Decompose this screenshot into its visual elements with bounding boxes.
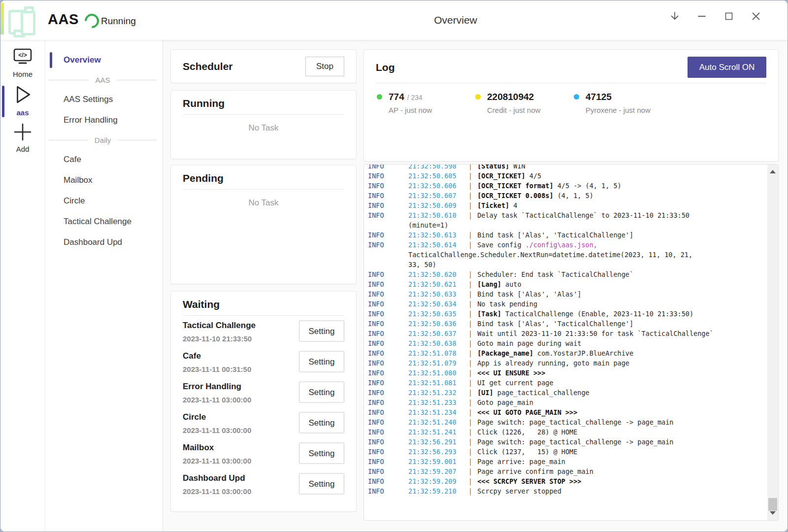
log-line: INFO21:32:51.232|[UI] page_tactical_chal…: [368, 388, 761, 398]
scheduler-status: Running: [85, 14, 136, 28]
close-button[interactable]: [747, 7, 765, 25]
log-separator: |: [468, 192, 472, 200]
log-line: INFO21:32:59.001|Page arrive: page_main: [368, 457, 761, 466]
main-content: Scheduler Stop Running No Task Pending N…: [163, 40, 788, 532]
waiting-task-mailbox: Mailbox 2023-11-11 03:00:00 Setting: [183, 438, 344, 468]
log-level: INFO: [368, 171, 408, 181]
log-message: <<< SCRCPY SERVER STOP >>>: [477, 477, 581, 485]
log-timestamp: 21:32:50.621: [408, 279, 468, 289]
svg-text:</>: </>: [18, 52, 27, 59]
stat-caption: Pyroxene - just now: [586, 106, 671, 114]
rail-item-aas[interactable]: aas: [0, 84, 45, 117]
log-separator: |: [468, 418, 472, 426]
log-line: INFO21:32:50.598|[Status] WIN: [368, 164, 761, 171]
log-message: [Task] TacticalChallenge (Enable, 2023-1…: [477, 310, 693, 318]
log-separator: |: [468, 438, 472, 446]
app-name: AAS: [48, 11, 79, 28]
log-line: INFO21:32:51.079|App is already running,…: [368, 358, 761, 368]
stop-button[interactable]: Stop: [305, 57, 344, 76]
auto-scroll-button[interactable]: Auto Scroll ON: [688, 57, 766, 78]
log-separator: |: [468, 280, 472, 288]
log-title: Log: [376, 62, 394, 73]
log-level: INFO: [368, 437, 408, 447]
task-setting-button[interactable]: Setting: [299, 382, 344, 403]
log-line: INFO21:32:56.293|Click (1237, 15) @ HOME: [368, 447, 761, 457]
log-line: INFO21:32:50.609|[Ticket] 4: [368, 200, 761, 210]
task-setting-button[interactable]: Setting: [299, 321, 344, 342]
log-message: <<< UI ENSURE >>>: [477, 369, 545, 377]
log-line: INFO21:32:59.207|Page arrive confirm pag…: [368, 466, 761, 476]
log-message: <<< UI GOTO PAGE_MAIN >>>: [477, 408, 577, 416]
nav-item-overview[interactable]: Overview: [45, 50, 163, 70]
nav-item-circle[interactable]: Circle: [45, 191, 163, 211]
update-download-button[interactable]: [666, 7, 684, 25]
log-line: INFO21:32:50.613|Bind task ['Alas', 'Tac…: [368, 230, 761, 240]
log-timestamp: 21:32:56.291: [408, 437, 468, 447]
task-setting-button[interactable]: Setting: [299, 473, 344, 495]
running-spinner-icon: [82, 11, 102, 31]
nav-item-error-handling[interactable]: Error Handling: [45, 110, 163, 131]
log-level: INFO: [368, 230, 408, 240]
log-line: INFO21:32:50.605|[OCR_TICKET] 4/5: [368, 171, 761, 181]
scroll-up-arrow-icon[interactable]: [767, 167, 778, 177]
waiting-task-error-handling: Error Handling 2023-11-11 03:00:00 Setti…: [183, 377, 344, 407]
log-message: Click (1237, 15) @ HOME: [477, 448, 577, 456]
running-empty-label: No Task: [183, 123, 344, 133]
icon-rail: </> Home aas Add: [0, 40, 45, 532]
scroll-down-arrow-icon[interactable]: [767, 507, 778, 517]
log-line: INFO21:32:51.240|Page switch: page_tacti…: [368, 417, 761, 427]
log-timestamp: 21:32:50.620: [408, 269, 468, 279]
rail-item-add[interactable]: Add: [0, 123, 45, 153]
log-content: INFO21:32:50.598|[Status] WININFO21:32:5…: [368, 164, 761, 496]
nav-item-aas-settings[interactable]: AAS Settings: [45, 89, 163, 110]
rail-item-label: aas: [0, 108, 45, 117]
log-timestamp: 21:32:56.293: [408, 447, 468, 457]
divider: [376, 83, 766, 83]
log-timestamp: 21:32:59.207: [408, 466, 468, 476]
log-scrollbar[interactable]: [767, 165, 778, 520]
minimize-button[interactable]: [693, 7, 711, 25]
log-message: Scheduler: End task `TacticalChallenge`: [477, 270, 633, 278]
nav-item-cafe[interactable]: Cafe: [45, 149, 163, 170]
running-title: Running: [183, 98, 344, 109]
minimize-icon: [696, 11, 707, 22]
task-setting-button[interactable]: Setting: [299, 351, 344, 372]
log-level: INFO: [368, 358, 408, 368]
log-timestamp: 21:32:51.081: [408, 378, 468, 388]
waiting-title: Waiting: [183, 299, 344, 310]
stat-dot-icon: [475, 94, 481, 100]
log-level: INFO: [368, 289, 408, 299]
log-separator: |: [468, 467, 472, 475]
log-timestamp: 21:32:59.209: [408, 476, 468, 486]
log-level: INFO: [368, 200, 408, 210]
waiting-task-tactical-challenge: Tactical Challenge 2023-11-10 21:33:50 S…: [183, 316, 344, 346]
log-line: INFO21:32:50.635|[Task] TacticalChalleng…: [368, 309, 761, 319]
log-message: [Package_name] com.YostarJP.BlueArchive: [477, 349, 633, 357]
log-line: INFO21:32:50.621|[Lang] auto: [368, 279, 761, 289]
log-column: Log Auto Scroll ON 774/ 234 AP - just no…: [363, 49, 779, 521]
task-setting-button[interactable]: Setting: [299, 443, 344, 464]
log-line: INFO21:32:59.209|<<< SCRCPY SERVER STOP …: [368, 476, 761, 486]
pending-card: Pending No Task: [170, 165, 357, 284]
log-separator: |: [468, 164, 472, 170]
log-timestamp: 21:32:51.079: [408, 358, 468, 368]
nav-item-dashboard-upd[interactable]: Dashboard Upd: [45, 232, 163, 253]
download-arrow-icon: [669, 11, 680, 22]
task-setting-button[interactable]: Setting: [299, 412, 344, 433]
log-separator: |: [468, 448, 472, 456]
log-separator: |: [468, 300, 472, 308]
log-timestamp: 21:32:51.080: [408, 368, 468, 378]
close-icon: [751, 11, 761, 22]
running-card: Running No Task: [170, 90, 357, 159]
log-level: INFO: [368, 329, 408, 338]
stat-value: 220810942: [487, 92, 534, 102]
code-monitor-icon: </>: [12, 48, 33, 66]
pending-title: Pending: [183, 172, 344, 184]
maximize-button[interactable]: [720, 7, 738, 25]
nav-item-mailbox[interactable]: Mailbox: [45, 170, 163, 191]
log-separator: |: [468, 408, 472, 416]
nav-item-tactical-challenge[interactable]: Tactical Challenge: [45, 211, 163, 232]
nav-section-daily: Daily: [45, 131, 163, 149]
rail-item-home[interactable]: </> Home: [0, 48, 45, 78]
log-line: INFO21:32:51.078|[Package_name] com.Yost…: [368, 348, 761, 358]
